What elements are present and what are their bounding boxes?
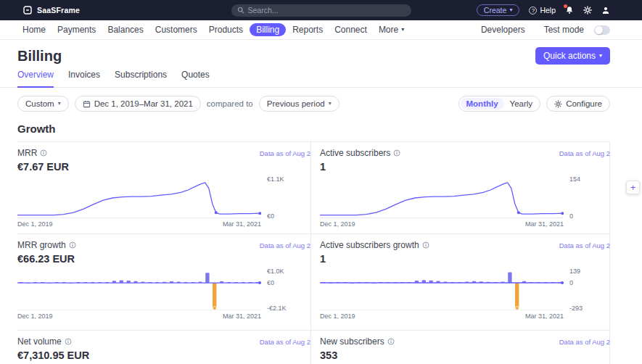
- info-icon[interactable]: [69, 241, 76, 249]
- data-as-of-link[interactable]: Data as of Aug 2: [260, 149, 310, 157]
- help-button[interactable]: ? Help: [529, 6, 556, 15]
- data-as-of-link[interactable]: Data as of Aug 2: [559, 338, 610, 346]
- card-title: MRR growth: [17, 240, 66, 250]
- y-axis-label: €1.1K: [267, 175, 284, 183]
- mrr-line-chart[interactable]: [17, 178, 261, 218]
- x-axis-end: Mar 31, 2021: [223, 313, 261, 320]
- metric-card-new-subscribers: New subscribers Data as of Aug 2 353: [311, 330, 610, 364]
- nav-item-reports[interactable]: Reports: [287, 22, 328, 37]
- metric-value: €7.67 EUR: [17, 161, 310, 173]
- x-axis-start: Dec 1, 2019: [17, 313, 53, 320]
- metric-value: 1: [320, 253, 610, 265]
- active-subscribers-line-chart[interactable]: [320, 178, 564, 218]
- metric-value: €66.23 EUR: [17, 253, 310, 265]
- app-logo-icon: [23, 6, 32, 15]
- metric-card-active-subscribers: Active subscribers Data as of Aug 2 1 15…: [311, 141, 610, 233]
- question-circle-icon: ?: [529, 7, 537, 15]
- x-axis-end: Mar 31, 2021: [525, 220, 564, 228]
- x-axis-start: Dec 1, 2019: [320, 313, 355, 320]
- calendar-icon: [83, 100, 91, 108]
- nav-item-developers[interactable]: Developers: [476, 22, 530, 37]
- add-widget-button[interactable]: +: [626, 181, 640, 194]
- date-preset-dropdown[interactable]: Custom ▾: [17, 96, 69, 112]
- app-window: SaaSFrame Create ▾ ? Help: [0, 0, 642, 364]
- metric-value: 1: [320, 161, 610, 173]
- brand[interactable]: SaaSFrame: [23, 6, 80, 15]
- notifications-button[interactable]: [565, 6, 574, 15]
- card-title: Active subscribers: [320, 148, 390, 158]
- data-as-of-link[interactable]: Data as of Aug 2: [260, 241, 310, 249]
- tab-subscriptions[interactable]: Subscriptions: [115, 70, 167, 87]
- nav-item-products[interactable]: Products: [204, 22, 248, 37]
- chevron-down-icon: ▾: [329, 101, 332, 107]
- nav-item-customers[interactable]: Customers: [150, 22, 202, 37]
- filter-bar: Custom ▾ Dec 1, 2019–Mar 31, 2021 compar…: [17, 96, 610, 112]
- metric-card-mrr-growth: MRR growth Data as of Aug 2 €66.23 EUR €…: [17, 233, 311, 330]
- interval-segmented-control: Monthly Yearly: [458, 96, 541, 112]
- gear-icon: [554, 100, 562, 108]
- main-content: Billing Quick actions ▾ Overview Invoice…: [0, 47, 642, 364]
- metric-card-mrr: MRR Data as of Aug 2 €7.67 EUR €1.1K €0 …: [17, 141, 311, 233]
- info-icon[interactable]: [422, 241, 429, 249]
- nav-item-billing[interactable]: Billing: [250, 23, 286, 36]
- nav-item-connect[interactable]: Connect: [329, 22, 372, 37]
- test-mode-toggle[interactable]: [594, 25, 610, 35]
- search-input[interactable]: [248, 6, 406, 15]
- tab-invoices[interactable]: Invoices: [68, 70, 100, 87]
- top-bar: SaaSFrame Create ▾ ? Help: [0, 0, 642, 20]
- x-axis-start: Dec 1, 2019: [320, 220, 355, 228]
- chevron-down-icon: ▾: [599, 53, 602, 59]
- metric-value: €7,310.95 EUR: [17, 349, 310, 361]
- chevron-down-icon: ▾: [58, 101, 61, 107]
- info-icon[interactable]: [393, 149, 400, 157]
- y-axis-label: €1.0K: [267, 268, 284, 275]
- y-axis-label: 0: [569, 279, 573, 286]
- metric-card-active-subscribers-growth: Active subscribers growth Data as of Aug…: [311, 233, 610, 330]
- configure-button[interactable]: Configure: [546, 96, 610, 112]
- mrr-growth-bar-chart[interactable]: [17, 270, 261, 310]
- x-axis-end: Mar 31, 2021: [223, 220, 261, 228]
- y-axis-label: -€2.1K: [267, 305, 287, 312]
- user-avatar-icon[interactable]: [601, 6, 610, 15]
- card-title: New subscribers: [320, 336, 384, 347]
- interval-yearly[interactable]: Yearly: [504, 98, 539, 109]
- y-axis-label: -293: [569, 305, 583, 312]
- global-search[interactable]: [231, 4, 411, 17]
- y-axis-label: €0: [267, 279, 274, 286]
- nav-item-payments[interactable]: Payments: [52, 22, 101, 37]
- nav-item-more[interactable]: More ▾: [374, 22, 409, 37]
- create-button[interactable]: Create ▾: [477, 4, 520, 16]
- test-mode-label: Test mode: [539, 22, 585, 37]
- section-title-growth: Growth: [17, 123, 610, 135]
- card-title: MRR: [17, 148, 37, 158]
- active-subscribers-growth-bar-chart[interactable]: [320, 270, 564, 310]
- data-as-of-link[interactable]: Data as of Aug 2: [260, 338, 310, 346]
- quick-actions-button[interactable]: Quick actions ▾: [535, 47, 610, 65]
- settings-gear-icon[interactable]: [583, 6, 592, 15]
- info-icon[interactable]: [387, 338, 395, 345]
- data-as-of-link[interactable]: Data as of Aug 2: [559, 149, 610, 157]
- card-title: Active subscribers growth: [320, 240, 419, 250]
- notification-dot: [564, 4, 567, 8]
- compare-period-dropdown[interactable]: Previous period ▾: [259, 96, 339, 112]
- toggle-knob: [595, 26, 603, 34]
- info-icon[interactable]: [40, 149, 47, 157]
- billing-tabs: Overview Invoices Subscriptions Quotes: [0, 70, 642, 88]
- interval-monthly[interactable]: Monthly: [461, 98, 504, 109]
- metric-value: 353: [320, 349, 610, 361]
- nav-item-balances[interactable]: Balances: [102, 22, 148, 37]
- brand-name: SaaSFrame: [37, 6, 80, 15]
- page-title: Billing: [17, 47, 62, 65]
- info-icon[interactable]: [65, 338, 72, 345]
- tab-overview[interactable]: Overview: [17, 70, 54, 88]
- x-axis-end: Mar 31, 2021: [525, 313, 564, 320]
- data-as-of-link[interactable]: Data as of Aug 2: [559, 241, 610, 249]
- x-axis-start: Dec 1, 2019: [17, 220, 53, 228]
- y-axis-label: €0: [267, 212, 274, 220]
- tab-quotes[interactable]: Quotes: [181, 70, 210, 87]
- metric-card-net-volume: Net volume Data as of Aug 2 €7,310.95 EU…: [17, 330, 311, 364]
- nav-item-home[interactable]: Home: [17, 22, 51, 37]
- search-icon: [237, 7, 244, 14]
- compared-to-label: compared to: [207, 99, 253, 108]
- date-range-picker[interactable]: Dec 1, 2019–Mar 31, 2021: [75, 96, 201, 112]
